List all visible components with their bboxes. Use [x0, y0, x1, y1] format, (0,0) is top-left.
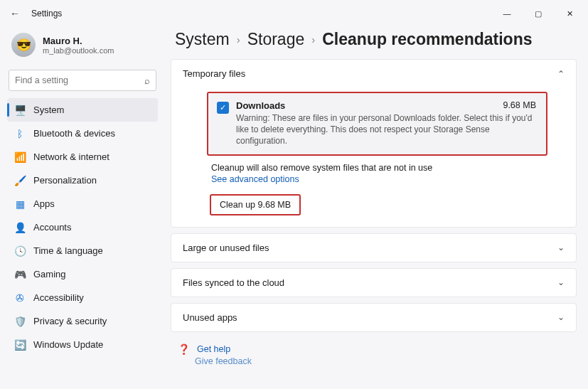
file-item-downloads[interactable]: ✓ Downloads 9.68 MB Warning: These are f… — [207, 92, 547, 156]
nav-label: Windows Update — [33, 339, 103, 350]
chevron-right-icon: › — [237, 33, 240, 46]
wifi-icon: 📶 — [14, 151, 26, 163]
nav-privacy[interactable]: 🛡️ Privacy & security — [7, 309, 158, 333]
nav-network[interactable]: 📶 Network & internet — [7, 145, 158, 169]
chevron-down-icon: ⌄ — [557, 243, 565, 252]
chevron-down-icon: ⌄ — [557, 312, 565, 322]
search-input-wrapper[interactable]: ⌕ — [9, 70, 156, 91]
nav-label: Privacy & security — [33, 316, 107, 326]
main-content: System › Storage › Cleanup recommendatio… — [165, 27, 588, 389]
breadcrumb-current: Cleanup recommendations — [322, 30, 532, 49]
chevron-up-icon: ⌃ — [557, 69, 565, 79]
close-button[interactable]: ✕ — [554, 3, 585, 24]
chevron-right-icon: › — [311, 33, 315, 46]
nav-label: Accessibility — [33, 292, 84, 303]
breadcrumb-storage[interactable]: Storage — [247, 30, 305, 49]
bluetooth-icon: ᛒ — [14, 128, 26, 139]
breadcrumb: System › Storage › Cleanup recommendatio… — [171, 27, 577, 59]
nav-update[interactable]: 🔄 Windows Update — [7, 333, 158, 356]
search-icon: ⌕ — [144, 75, 150, 86]
shield-icon: 🛡️ — [14, 316, 26, 327]
clock-icon: 🕓 — [14, 245, 26, 257]
section-unused-apps[interactable]: Unused apps ⌄ — [171, 303, 577, 332]
paintbrush-icon: 🖌️ — [14, 175, 26, 186]
back-arrow-icon[interactable]: ← — [10, 8, 26, 19]
nav-label: Time & language — [33, 245, 103, 256]
get-help-link[interactable]: ❓ Get help — [171, 338, 577, 356]
file-description: Warning: These are files in your persona… — [236, 112, 536, 147]
nav-apps[interactable]: ▦ Apps — [7, 192, 158, 215]
checkbox-checked-icon[interactable]: ✓ — [217, 102, 229, 114]
nav-label: Gaming — [33, 269, 66, 279]
profile-name: Mauro H. — [43, 36, 114, 46]
nav-gaming[interactable]: 🎮 Gaming — [7, 262, 158, 286]
section-header-temporary[interactable]: Temporary files ⌃ — [171, 60, 576, 87]
gamepad-icon: 🎮 — [14, 269, 26, 280]
section-title: Unused apps — [183, 312, 237, 323]
nav-time[interactable]: 🕓 Time & language — [7, 239, 158, 262]
file-title: Downloads — [236, 100, 285, 111]
update-icon: 🔄 — [14, 339, 26, 351]
help-icon: ❓ — [178, 343, 190, 355]
nav-list: 🖥️ System ᛒ Bluetooth & devices 📶 Networ… — [7, 98, 158, 386]
nav-label: Accounts — [33, 222, 71, 233]
nav-label: Bluetooth & devices — [33, 128, 115, 139]
section-title: Temporary files — [183, 68, 245, 79]
search-input[interactable] — [15, 75, 144, 85]
profile-email: m_lab@outlook.com — [43, 46, 114, 55]
nav-label: System — [33, 105, 64, 115]
section-temporary-files: Temporary files ⌃ ✓ Downloads 9.68 MB Wa… — [171, 59, 577, 228]
minimize-button[interactable]: — — [491, 3, 523, 24]
profile-block[interactable]: 😎 Mauro H. m_lab@outlook.com — [7, 28, 158, 67]
display-icon: 🖥️ — [14, 105, 26, 116]
nav-bluetooth[interactable]: ᛒ Bluetooth & devices — [7, 122, 158, 145]
nav-accessibility[interactable]: ✇ Accessibility — [7, 286, 158, 309]
window-title: Settings — [31, 9, 62, 18]
apps-icon: ▦ — [14, 198, 26, 210]
nav-label: Apps — [33, 198, 55, 209]
cleanup-button[interactable]: Clean up 9.68 MB — [210, 194, 301, 215]
chevron-down-icon: ⌄ — [557, 277, 565, 287]
nav-system[interactable]: 🖥️ System — [7, 98, 158, 122]
sidebar: 😎 Mauro H. m_lab@outlook.com ⌕ 🖥️ System… — [0, 27, 165, 389]
breadcrumb-system[interactable]: System — [175, 30, 230, 49]
maximize-button[interactable]: ▢ — [523, 3, 554, 24]
section-synced-files[interactable]: Files synced to the cloud ⌄ — [171, 268, 577, 297]
cleanup-note: Cleanup will also remove system files th… — [211, 163, 563, 173]
person-icon: 👤 — [14, 222, 26, 233]
nav-label: Network & internet — [33, 151, 109, 162]
avatar: 😎 — [11, 33, 36, 57]
section-large-files[interactable]: Large or unused files ⌄ — [171, 233, 577, 262]
nav-accounts[interactable]: 👤 Accounts — [7, 215, 158, 239]
nav-label: Personalization — [33, 175, 97, 186]
accessibility-icon: ✇ — [14, 292, 26, 304]
section-title: Large or unused files — [183, 243, 269, 253]
give-feedback-link[interactable]: Give feedback — [171, 356, 577, 366]
file-size: 9.68 MB — [503, 100, 536, 111]
advanced-options-link[interactable]: See advanced options — [211, 174, 563, 184]
section-title: Files synced to the cloud — [183, 277, 284, 288]
nav-personalization[interactable]: 🖌️ Personalization — [7, 169, 158, 192]
titlebar: ← Settings — ▢ ✕ — [0, 0, 588, 27]
